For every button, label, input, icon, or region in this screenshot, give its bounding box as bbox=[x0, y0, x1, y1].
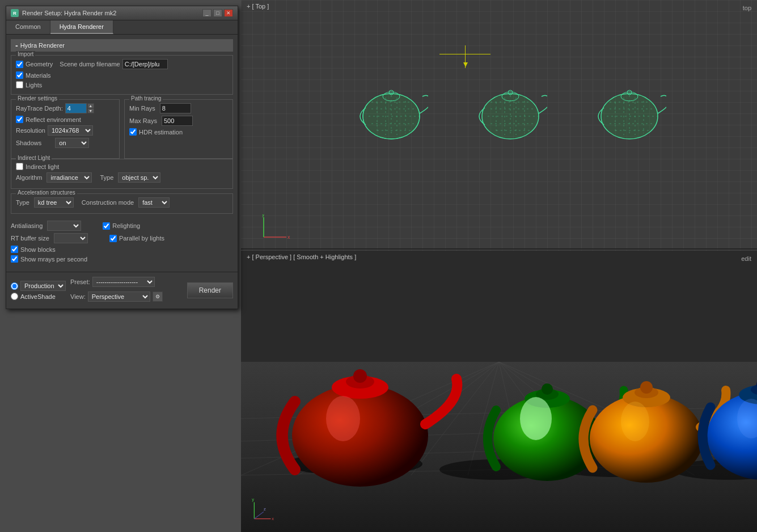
view-row: View: Perspective ⚙ bbox=[70, 292, 163, 302]
raytrace-increment-btn[interactable]: ▲ bbox=[87, 103, 94, 108]
parallel-by-lights-label: Parallel by lights bbox=[119, 235, 164, 242]
dialog-content: - Hydra Renderer Import Geometry Scene d… bbox=[6, 35, 238, 272]
raytrace-depth-input[interactable] bbox=[65, 103, 87, 113]
svg-text:z: z bbox=[264, 506, 266, 512]
geometry-checkbox[interactable] bbox=[16, 61, 23, 68]
minimize-button[interactable]: _ bbox=[202, 9, 212, 17]
show-mrays-checkbox[interactable] bbox=[11, 255, 18, 263]
relighting-checkbox[interactable] bbox=[103, 222, 110, 230]
section-collapse-btn[interactable]: - bbox=[15, 41, 18, 50]
min-rays-input[interactable] bbox=[160, 103, 191, 113]
indirect-light-label: Indirect light bbox=[26, 163, 59, 170]
top-view-label: top bbox=[743, 5, 751, 11]
min-rays-label: Min Rays bbox=[129, 105, 155, 112]
production-select[interactable]: Production bbox=[20, 281, 66, 291]
viewport-top-label: + [ Top ] bbox=[247, 3, 269, 10]
section-title: Hydra Renderer bbox=[20, 42, 65, 49]
materials-row: Materials bbox=[16, 71, 228, 79]
rendered-teapots bbox=[241, 254, 757, 498]
viewport-perspective-label: + [ Perspective ] [ Smooth + Highlights … bbox=[247, 254, 356, 260]
misc-settings-section: Antialiasing Relighting RT buffer size P… bbox=[11, 218, 233, 267]
scene-dump-input[interactable] bbox=[122, 59, 168, 69]
algorithm-label: Algorithm bbox=[16, 174, 42, 181]
dialog-tabs: Common Hydra Renderer bbox=[6, 20, 238, 35]
hdr-estimation-checkbox[interactable] bbox=[129, 128, 137, 136]
indirect-light-group-label: Indirect Light bbox=[16, 155, 52, 161]
shadows-label: Shadows bbox=[16, 140, 41, 146]
teapots-top-view bbox=[354, 85, 666, 147]
construction-mode-select[interactable]: fast bbox=[138, 197, 170, 208]
reflect-env-checkbox[interactable] bbox=[16, 116, 23, 123]
production-radio[interactable]: Production bbox=[11, 281, 66, 291]
rt-buffer-row: RT buffer size Parallel by lights bbox=[11, 233, 233, 243]
geometry-row: Geometry bbox=[16, 61, 53, 68]
render-settings-label: Render settings bbox=[16, 95, 59, 102]
parallel-by-lights-checkbox[interactable] bbox=[109, 235, 117, 242]
accel-type-row: Type kd tree Construction mode fast bbox=[16, 197, 228, 208]
acceleration-group-label: Acceleration structures bbox=[16, 189, 77, 196]
teapot-top-2 bbox=[473, 85, 547, 147]
viewport-perspective[interactable]: + [ Perspective ] [ Smooth + Highlights … bbox=[241, 251, 757, 532]
dialog-title: Render Setup: Hydra Render mk2 bbox=[22, 10, 116, 16]
antialiasing-select[interactable] bbox=[47, 221, 81, 231]
axis-top-view: x y bbox=[258, 214, 292, 243]
perspective-view-label: edit bbox=[741, 255, 751, 262]
preset-view-section: Preset: -------------------- View: Persp… bbox=[70, 277, 163, 304]
reflect-env-label: Reflect environment bbox=[26, 116, 81, 123]
preset-row: Preset: -------------------- bbox=[70, 277, 163, 287]
teapot-top-3 bbox=[593, 85, 666, 147]
resolution-select[interactable]: 1024x768 bbox=[48, 125, 93, 136]
indirect-light-checkbox[interactable] bbox=[16, 163, 23, 170]
axis-perspective-view: x y z bbox=[249, 495, 278, 523]
resolution-row: Resolution 1024x768 bbox=[16, 125, 115, 136]
teapot-top-1 bbox=[354, 85, 428, 147]
dialog-window-controls: _ □ ✕ bbox=[202, 9, 233, 17]
geometry-label: Geometry bbox=[26, 61, 53, 67]
resolution-label: Resolution bbox=[16, 127, 45, 134]
path-tracing-label: Path tracing bbox=[129, 95, 163, 102]
min-rays-row: Min Rays bbox=[129, 103, 228, 113]
construction-mode-label: Construction mode bbox=[82, 199, 134, 206]
reflect-env-row: Reflect environment bbox=[16, 116, 115, 123]
view-label: View: bbox=[70, 293, 86, 300]
materials-checkbox[interactable] bbox=[16, 71, 23, 79]
activeshade-radio-input[interactable] bbox=[11, 293, 18, 300]
tab-common[interactable]: Common bbox=[6, 20, 50, 34]
raytrace-decrement-btn[interactable]: ▼ bbox=[87, 108, 94, 113]
materials-label: Materials bbox=[26, 72, 51, 79]
svg-point-72 bbox=[590, 394, 703, 483]
scene-dump-label: Scene dump filename bbox=[60, 61, 120, 67]
tab-hydra-renderer[interactable]: Hydra Renderer bbox=[50, 20, 113, 34]
render-path-section: Render settings RayTrace Depth: ▲ ▼ bbox=[11, 99, 233, 159]
view-options-btn[interactable]: ⚙ bbox=[153, 292, 163, 302]
algorithm-select[interactable]: irradiance bbox=[46, 172, 92, 183]
show-mrays-row: Show mrays per second bbox=[11, 255, 233, 263]
max-rays-row: Max Rays bbox=[129, 116, 228, 126]
import-group-label: Import bbox=[16, 51, 35, 57]
production-radio-input[interactable] bbox=[11, 282, 18, 290]
relighting-label: Relighting bbox=[112, 222, 140, 229]
rt-buffer-select[interactable] bbox=[54, 233, 88, 243]
show-blocks-row: Show blocks bbox=[11, 246, 233, 253]
activeshade-radio[interactable]: ActiveShade bbox=[11, 293, 66, 300]
render-button[interactable]: Render bbox=[187, 282, 233, 298]
lights-checkbox[interactable] bbox=[16, 81, 23, 88]
show-blocks-checkbox[interactable] bbox=[11, 246, 18, 253]
shadows-select[interactable]: on bbox=[55, 138, 89, 148]
indirect-type-select[interactable]: object sp. bbox=[118, 172, 160, 183]
hdr-estimation-row: HDR estimation bbox=[129, 128, 228, 136]
maximize-button[interactable]: □ bbox=[213, 9, 222, 17]
close-button[interactable]: ✕ bbox=[224, 9, 233, 17]
show-mrays-label: Show mrays per second bbox=[20, 256, 87, 263]
render-settings-group: Render settings RayTrace Depth: ▲ ▼ bbox=[11, 99, 120, 159]
view-select[interactable]: Perspective bbox=[88, 292, 150, 302]
max-rays-input[interactable] bbox=[162, 116, 193, 126]
path-tracing-col: Path tracing Min Rays Max Rays HDR estim… bbox=[124, 99, 233, 159]
dialog-titlebar: R Render Setup: Hydra Render mk2 _ □ ✕ bbox=[6, 6, 238, 20]
accel-type-select[interactable]: kd tree bbox=[34, 197, 74, 208]
preset-select[interactable]: -------------------- bbox=[92, 277, 155, 287]
show-blocks-label: Show blocks bbox=[20, 246, 56, 253]
raytrace-depth-spinner: ▲ ▼ bbox=[65, 103, 94, 113]
viewport-top[interactable]: + [ Top ] top bbox=[241, 0, 757, 250]
render-settings-col: Render settings RayTrace Depth: ▲ ▼ bbox=[11, 99, 120, 159]
